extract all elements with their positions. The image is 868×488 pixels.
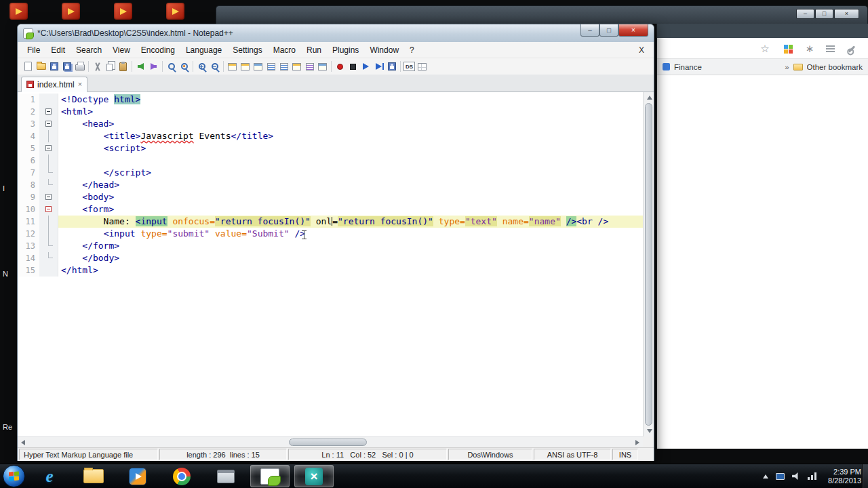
stop-recording-icon[interactable] <box>347 60 359 73</box>
show-hidden-icons-chevron[interactable] <box>763 474 768 479</box>
title-bar[interactable]: *C:\Users\Brad\Desktop\C2S5\index.html -… <box>18 24 654 42</box>
display-tray-icon[interactable] <box>776 473 785 480</box>
code-line-11[interactable]: 11 Name: <input onfocus="return focusIn(… <box>18 216 643 228</box>
taskbar-camtasia-recorder[interactable]: × <box>294 465 334 487</box>
menu-edit[interactable]: Edit <box>45 43 71 57</box>
desktop-shortcut-icon[interactable] <box>62 3 80 20</box>
other-bookmarks[interactable]: Other bookmark <box>807 63 863 71</box>
start-button[interactable] <box>3 465 25 487</box>
document-map-icon[interactable] <box>290 60 303 73</box>
taskbar-clock[interactable]: 2:39 PM 8/28/2013 <box>828 468 861 485</box>
find-icon[interactable] <box>165 60 178 73</box>
menu-run[interactable]: Run <box>301 43 327 57</box>
close-button[interactable]: × <box>618 24 648 37</box>
fold-margin[interactable] <box>39 142 58 155</box>
menu-hamburger-icon[interactable] <box>824 43 836 55</box>
bookmarks-overflow-chevron[interactable]: » <box>785 63 789 71</box>
code-line-12[interactable]: 12 <input type="submit" value="Submit" /… <box>18 228 643 240</box>
menu-settings[interactable]: Settings <box>227 43 267 57</box>
code-line-10[interactable]: 10 <form> <box>18 203 643 216</box>
code-line-4[interactable]: 4 <title>Javascript Events</title> <box>18 130 643 142</box>
scroll-left-arrow[interactable] <box>21 440 25 445</box>
record-macro-icon[interactable] <box>334 60 347 73</box>
code-line-8[interactable]: 8 </head> <box>18 179 643 191</box>
volume-tray-icon[interactable] <box>792 472 800 481</box>
scroll-right-arrow[interactable] <box>635 440 639 445</box>
desktop-shortcut-icon[interactable] <box>114 3 132 20</box>
tab-index-html[interactable]: index.html × <box>21 77 87 92</box>
zoom-out-icon[interactable] <box>208 60 221 73</box>
menu-macro[interactable]: Macro <box>268 43 301 57</box>
taskbar-notepad-plus-plus[interactable] <box>250 465 290 487</box>
menubar-close-button[interactable]: X <box>633 44 650 56</box>
word-wrap-icon[interactable] <box>252 60 264 73</box>
playback-macro-icon[interactable] <box>359 60 372 73</box>
desktop-shortcut-icon[interactable] <box>9 3 28 20</box>
bookmark-finance[interactable]: Finance <box>674 63 702 71</box>
open-file-icon[interactable] <box>35 60 47 73</box>
desktop-shortcut-icon[interactable] <box>166 3 184 20</box>
run-macro-multiple-icon[interactable] <box>372 60 385 73</box>
browser-maximize-button[interactable]: □ <box>815 9 833 19</box>
fold-margin[interactable] <box>39 191 58 203</box>
network-tray-icon[interactable] <box>808 472 816 480</box>
menu-search[interactable]: Search <box>71 43 107 57</box>
browser-close-button[interactable]: × <box>834 9 859 19</box>
taskbar-media-player[interactable] <box>118 465 157 487</box>
menu-language[interactable]: Language <box>180 43 227 57</box>
undo-icon[interactable] <box>134 60 147 73</box>
save-all-icon[interactable] <box>60 60 73 73</box>
menu-file[interactable]: File <box>22 43 45 57</box>
taskbar-chrome[interactable] <box>162 465 201 487</box>
show-all-characters-icon[interactable] <box>264 60 277 73</box>
snowflake-extension-icon[interactable]: ∗ <box>804 43 816 55</box>
sync-scroll-horizontal-icon[interactable] <box>239 60 252 73</box>
paste-icon[interactable] <box>117 60 130 73</box>
menu-window[interactable]: Window <box>364 43 404 57</box>
minimize-button[interactable]: – <box>580 24 599 37</box>
indent-guide-icon[interactable] <box>277 60 290 73</box>
taskbar-remote-desktop[interactable] <box>206 465 245 487</box>
fold-margin[interactable] <box>39 203 58 216</box>
menu-plugins[interactable]: Plugins <box>327 43 364 57</box>
redo-icon[interactable] <box>147 60 160 73</box>
code-line-7[interactable]: 7 </script> <box>18 167 643 179</box>
folder-as-workspace-icon[interactable] <box>316 60 329 73</box>
code-line-3[interactable]: 3 <head> <box>18 118 643 130</box>
editor-area[interactable]: 1<!Doctype html>2<html>3 <head>4 <title>… <box>18 92 643 436</box>
menu-encoding[interactable]: Encoding <box>136 43 180 57</box>
code-line-13[interactable]: 13 </form> <box>18 240 643 252</box>
bookmark-star-icon[interactable]: ☆ <box>759 43 771 55</box>
fold-margin[interactable] <box>39 106 58 118</box>
taskbar-windows-explorer[interactable] <box>74 465 113 487</box>
code-line-14[interactable]: 14 </body> <box>18 252 643 264</box>
new-file-icon[interactable] <box>22 60 35 73</box>
horizontal-scrollbar[interactable] <box>18 436 643 447</box>
menu-view[interactable]: View <box>107 43 136 57</box>
fold-margin[interactable] <box>39 118 58 130</box>
browser-minimize-button[interactable]: – <box>796 9 814 19</box>
code-line-2[interactable]: 2<html> <box>18 106 643 118</box>
print-icon[interactable] <box>73 60 86 73</box>
code-line-9[interactable]: 9 <body> <box>18 191 643 203</box>
code-line-6[interactable]: 6 <box>18 155 643 167</box>
extension-icon[interactable] <box>782 43 794 55</box>
cut-icon[interactable] <box>91 60 104 73</box>
copy-icon[interactable] <box>104 60 117 73</box>
doc-switcher-icon[interactable] <box>416 60 429 73</box>
scroll-up-arrow[interactable] <box>647 96 652 100</box>
code-line-1[interactable]: 1<!Doctype html> <box>18 94 643 106</box>
vertical-scroll-thumb[interactable] <box>645 103 652 426</box>
wrench-icon[interactable] <box>846 43 858 55</box>
horizontal-scroll-thumb[interactable] <box>289 439 367 446</box>
replace-icon[interactable] <box>178 60 191 73</box>
vertical-scrollbar[interactable] <box>643 92 654 436</box>
function-list-icon[interactable] <box>303 60 316 73</box>
taskbar-internet-explorer[interactable]: e <box>30 465 69 487</box>
code-line-5[interactable]: 5 <script> <box>18 142 643 155</box>
tab-close-icon[interactable]: × <box>78 81 82 88</box>
menu-help[interactable]: ? <box>404 43 420 57</box>
code-line-15[interactable]: 15</html> <box>18 264 643 277</box>
zoom-in-icon[interactable] <box>195 60 208 73</box>
maximize-button[interactable]: □ <box>599 24 618 37</box>
